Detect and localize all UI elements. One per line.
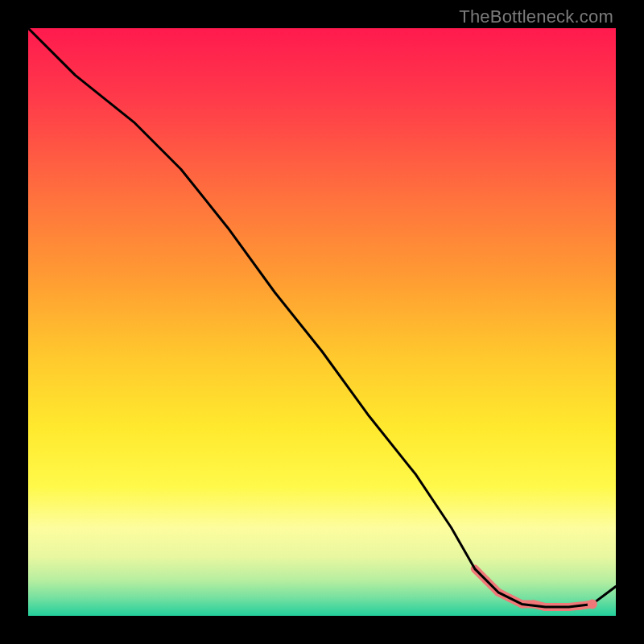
chart-overlay (28, 28, 616, 616)
chart-frame: TheBottleneck.com (0, 0, 644, 644)
curve-line (28, 28, 616, 607)
end-point-icon (588, 599, 597, 609)
watermark-text: TheBottleneck.com (459, 6, 613, 27)
